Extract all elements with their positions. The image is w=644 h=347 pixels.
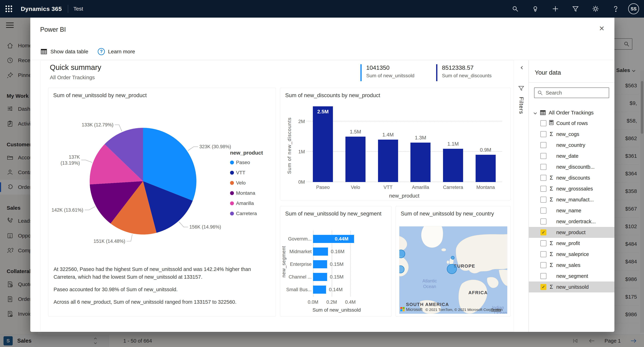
help-icon[interactable] [606,0,626,17]
region-label: AFRICA [468,290,488,295]
bar-Enterprise[interactable] [313,260,327,268]
user-avatar[interactable]: SS [628,3,639,14]
field-checkbox[interactable] [540,197,546,203]
bar-Paseo[interactable] [313,106,333,182]
field-checkbox[interactable] [540,142,546,148]
legend-dot [230,212,234,216]
field-checkbox[interactable] [540,175,546,181]
legend-dot [230,181,234,185]
your-data-search-input[interactable] [546,90,606,96]
quick-summary-title: Quick summary [50,63,101,72]
field-checkbox[interactable] [540,240,546,246]
field-checkbox[interactable] [540,153,546,159]
learn-more-button[interactable]: ? Learn more [98,48,135,55]
bar-VTT[interactable] [378,140,398,182]
bar-Midmarket[interactable] [313,248,328,256]
map-visual[interactable]: AtlanticOceanIndianOceanEUROPEAFRICASOUT… [399,226,507,314]
table-node-all-order-trackings[interactable]: All Order Trackings [534,108,609,118]
field-row-new_saleprice[interactable]: Σnew_saleprice [529,249,614,260]
field-checkbox[interactable] [540,208,546,214]
legend-item-Montana[interactable]: Montana [230,190,263,196]
field-row-new_grosssales[interactable]: Σnew_grosssales [529,183,614,194]
legend-item-Carretera[interactable]: Carretera [230,211,263,216]
field-row-new_product[interactable]: ✓new_product [529,227,614,238]
field-checkbox[interactable]: ✓ [540,229,546,235]
sigma-icon: Σ [546,262,556,268]
legend-label: Paseo [236,160,250,165]
field-checkbox[interactable] [540,164,546,170]
map-terms-link[interactable]: Terms [491,308,501,312]
legend-item-Amarilla[interactable]: Amarilla [230,201,263,206]
panel-divider [529,82,614,83]
svg-text:Microsoft: Microsoft [406,307,422,312]
legend-dot [230,201,234,205]
quick-summary-panel: Quick summary All Order Trackings 104135… [40,60,514,332]
filters-rail-label[interactable]: Filters [518,97,524,114]
map-data-bubble[interactable] [447,264,456,274]
field-row-new_date[interactable]: new_date [529,151,614,161]
field-row-new_segment[interactable]: new_segment [529,271,614,282]
show-data-table-button[interactable]: Show data table [40,48,88,55]
bar-Montana[interactable] [476,155,496,182]
search-icon[interactable] [505,0,525,17]
filters-funnel-icon[interactable] [518,85,524,92]
field-row-Countofrows[interactable]: Count of rows [529,118,614,129]
field-checkbox[interactable]: ✓ [540,284,546,290]
field-row-new_manufact[interactable]: Σnew_manufact... [529,194,614,205]
quick-summary-subtitle: All Order Trackings [50,74,95,80]
field-row-new_profit[interactable]: Σnew_profit [529,238,614,249]
field-checkbox[interactable] [540,120,546,126]
app-launcher-waffle-icon[interactable] [5,5,13,13]
environment-name[interactable]: Test [74,6,83,12]
legend-item-VTT[interactable]: VTT [230,170,263,176]
bar-Velo[interactable] [346,137,366,182]
metric-value: 1041350 [366,64,414,71]
bar-SmallBus[interactable] [313,286,326,294]
help-circle-icon: ? [98,48,105,55]
field-label: new_segment [556,273,588,279]
field-checkbox[interactable] [540,131,546,137]
map-data-bubble[interactable] [451,256,454,259]
field-row-new_name[interactable]: new_name [529,205,614,216]
settings-gear-icon[interactable] [586,0,606,17]
app-title[interactable]: Dynamics 365 [21,5,62,12]
your-data-search-box[interactable] [534,87,609,98]
field-row-new_ordertrack[interactable]: new_ordertrack... [529,216,614,227]
sigma-icon: Σ [546,284,556,290]
sigma-icon: Σ [546,240,556,247]
pie-data-label: 142K (13.61%) [52,207,83,213]
field-row-new_sales[interactable]: Σnew_sales [529,260,614,271]
field-checkbox[interactable] [540,273,546,279]
close-icon[interactable]: ✕ [599,25,604,32]
legend-item-Paseo[interactable]: Paseo [230,160,263,165]
legend-item-Velo[interactable]: Velo [230,180,263,186]
bar-Channel[interactable] [313,273,327,281]
bar-Carretera[interactable] [443,149,463,182]
field-row-new_unitssold[interactable]: ✓Σnew_unitssold [529,282,614,293]
field-checkbox[interactable] [540,186,546,192]
lightbulb-icon[interactable] [525,0,545,17]
field-row-new_country[interactable]: new_country [529,140,614,151]
field-label: new_product [556,230,586,235]
pie-data-label: 137K(13.19%) [60,154,80,166]
table-node-label: All Order Trackings [549,110,594,116]
y-axis-category-label: Governm... [282,233,312,245]
plus-icon[interactable] [545,0,566,17]
field-checkbox[interactable] [540,251,546,257]
field-checkbox[interactable] [540,262,546,268]
legend-title: new_product [230,150,263,156]
pie-data-label: 151K (14.48%) [94,239,125,244]
summary-metric: 1041350Sum of new_unitssold [360,64,414,81]
bar-Amarilla[interactable] [410,143,430,182]
dialog-title: Power BI [40,26,66,33]
field-checkbox[interactable] [540,219,546,225]
field-row-new_discounts[interactable]: Σnew_discounts [529,172,614,183]
your-data-title: Your data [535,69,609,76]
field-row-new_discountb[interactable]: new_discountb... [529,161,614,172]
legend-label: Carretera [236,211,257,216]
field-row-new_cogs[interactable]: Σnew_cogs [529,129,614,140]
collapse-chevron-icon[interactable] [521,66,524,69]
filter-icon[interactable] [566,0,586,17]
field-label: new_date [556,153,578,159]
field-label: Count of rows [556,120,588,126]
